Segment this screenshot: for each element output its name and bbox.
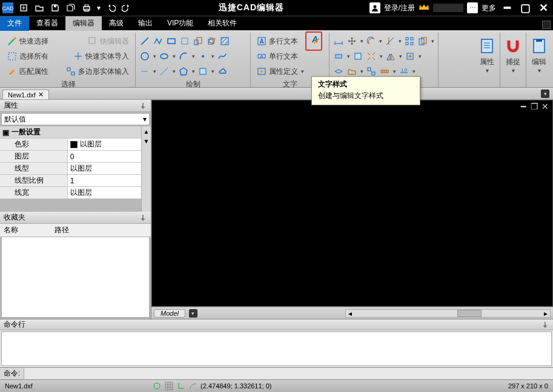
scroll-up-icon[interactable]: ▲ [142, 126, 151, 136]
layer-new-icon[interactable] [333, 66, 344, 77]
print-icon[interactable] [80, 1, 93, 15]
qat-caret-icon[interactable]: ▾ [96, 1, 102, 15]
stext-button[interactable]: A单行文本 [254, 50, 300, 63]
menu-advanced[interactable]: 高级 [102, 16, 131, 31]
props-row[interactable]: 线型比例1 [0, 175, 141, 187]
folder-icon[interactable] [346, 66, 357, 77]
hscrollbar[interactable]: ◄ ► [345, 309, 551, 318]
props-row[interactable]: 图层0 [0, 151, 141, 163]
insert-icon[interactable] [405, 51, 416, 62]
polygon-icon[interactable] [178, 66, 189, 77]
save-icon[interactable] [48, 1, 62, 15]
xline-icon[interactable] [159, 66, 170, 77]
props-value[interactable]: 以图层 [68, 163, 141, 174]
fav-list[interactable] [1, 237, 150, 318]
props-row[interactable]: 色彩以图层 [0, 139, 141, 151]
props-combo[interactable]: 默认值▾ [1, 113, 150, 125]
pin-icon[interactable] [542, 321, 549, 328]
doc-tabs-dropdown-icon[interactable]: ▾ [541, 90, 549, 98]
offset-icon[interactable] [366, 36, 377, 47]
block-icon[interactable] [353, 51, 363, 62]
menu-viewer[interactable]: 查看器 [29, 16, 65, 31]
snap-toggle-icon[interactable] [152, 381, 162, 391]
copy-icon[interactable] [417, 36, 428, 47]
user-icon[interactable] [369, 2, 380, 13]
rect-corner-icon[interactable] [179, 36, 190, 47]
scroll-right-icon[interactable]: ► [541, 310, 550, 317]
redo-icon[interactable] [120, 1, 133, 15]
maximize-button[interactable]: ▢ [518, 1, 532, 15]
props-scrollbar[interactable]: ▲ ▼ [141, 126, 151, 212]
mirror-icon[interactable] [385, 51, 396, 62]
menu-output[interactable]: 输出 [131, 16, 160, 31]
command-input[interactable] [24, 368, 553, 379]
undo-icon[interactable] [104, 1, 118, 15]
array-icon[interactable] [404, 36, 415, 47]
ribbon-collapse-icon[interactable] [542, 21, 551, 29]
fav-col-path[interactable]: 路径 [55, 225, 69, 235]
model-tabs-dropdown-icon[interactable]: ▾ [189, 309, 197, 318]
more-icon[interactable]: ⋯ [467, 2, 478, 13]
match-props-button[interactable]: 匹配属性 [5, 65, 51, 78]
props-row[interactable]: 线型以图层 [0, 163, 141, 175]
login-link[interactable]: 登录/注册 [384, 3, 415, 13]
ortho-toggle-icon[interactable] [176, 381, 186, 391]
big-snap-button[interactable]: 捕捉 ▾ [500, 33, 526, 87]
menu-vip[interactable]: VIP功能 [160, 16, 200, 31]
close-button[interactable]: ✕ [536, 1, 551, 15]
app-logo-icon[interactable]: CAD [1, 1, 15, 15]
inner-minimize-icon[interactable]: ━ [518, 102, 528, 111]
mtext-button[interactable]: A多行文本 [254, 35, 300, 48]
props-section[interactable]: ▣ 一般设置 [0, 126, 141, 139]
move-icon[interactable] [346, 36, 357, 47]
menu-file[interactable]: 文件 [0, 16, 29, 31]
props-value[interactable]: 以图层 [68, 139, 141, 150]
line-icon[interactable] [139, 36, 150, 47]
measure-icon[interactable] [379, 66, 390, 77]
more-label[interactable]: 更多 [482, 3, 496, 13]
dim-style-icon[interactable]: 1.0 [399, 66, 409, 77]
hatch-icon[interactable] [219, 36, 230, 47]
ray-icon[interactable] [139, 66, 150, 77]
scroll-track[interactable] [354, 310, 541, 317]
pin-icon[interactable] [140, 214, 147, 221]
spline-icon[interactable] [217, 51, 228, 62]
point-icon[interactable] [197, 51, 208, 62]
layer-icon[interactable] [333, 51, 344, 62]
scroll-left-icon[interactable]: ◄ [346, 310, 354, 317]
rotate-icon[interactable] [206, 36, 217, 47]
pin-icon[interactable] [140, 102, 147, 109]
dimension-icon[interactable] [333, 36, 344, 47]
inner-restore-icon[interactable]: ❐ [529, 102, 539, 111]
cloud-icon[interactable] [217, 66, 228, 77]
props-value[interactable]: 0 [68, 151, 141, 162]
circle-icon[interactable] [139, 51, 150, 62]
arc-icon[interactable] [178, 51, 189, 62]
ellipse-icon[interactable] [159, 51, 170, 62]
region-icon[interactable] [197, 66, 208, 77]
attrdef-button[interactable]: 属性定义▾ [254, 65, 306, 78]
new-icon[interactable] [17, 1, 30, 15]
select-all-button[interactable]: 选择所有 [5, 50, 51, 63]
doc-tab[interactable]: New1.dxf ✕ [2, 90, 49, 99]
inner-close-icon[interactable]: ✕ [540, 102, 550, 111]
doc-tab-close-icon[interactable]: ✕ [38, 91, 44, 99]
scroll-thumb[interactable] [457, 310, 482, 317]
fav-col-name[interactable]: 名称 [4, 225, 18, 235]
text-style-highlighted-button[interactable]: A [305, 31, 322, 51]
command-history[interactable] [1, 332, 552, 366]
trim-icon[interactable] [385, 36, 396, 47]
props-value[interactable]: 1 [68, 175, 141, 186]
canvas[interactable]: ━ ❐ ✕ [151, 100, 553, 307]
scroll-down-icon[interactable]: ▼ [142, 136, 151, 146]
props-value[interactable]: 以图层 [68, 187, 141, 198]
scale-icon[interactable] [193, 36, 204, 47]
model-tab[interactable]: Model [154, 309, 185, 318]
group-icon[interactable] [366, 66, 377, 77]
open-icon[interactable] [33, 1, 46, 15]
poly-entity-input-button[interactable]: 多边形实体输入 [64, 65, 131, 78]
rect-icon[interactable] [166, 36, 177, 47]
save-all-icon[interactable] [64, 1, 78, 15]
big-props-button[interactable]: 属性 ▾ [474, 33, 500, 87]
explode-icon[interactable] [366, 51, 377, 62]
